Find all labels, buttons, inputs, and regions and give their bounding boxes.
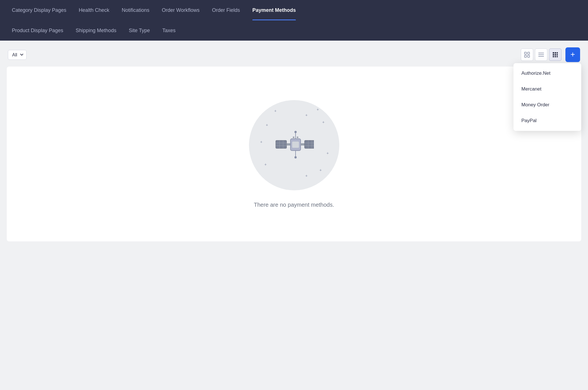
table-icon [552, 52, 558, 58]
svg-rect-25 [305, 140, 314, 148]
star-decoration: + [260, 140, 263, 144]
nav-item-notifications[interactable]: Notifications [117, 0, 154, 20]
svg-rect-24 [301, 143, 305, 146]
add-button[interactable]: + [565, 47, 580, 62]
svg-rect-11 [555, 54, 556, 56]
nav-item-product-display-pages[interactable]: Product Display Pages [7, 20, 68, 41]
satellite-circle: + + + + + + + + + + [249, 100, 339, 190]
svg-rect-21 [287, 143, 290, 146]
svg-rect-1 [528, 52, 530, 54]
svg-rect-7 [553, 52, 554, 54]
svg-rect-15 [557, 56, 558, 57]
app-container: Category Display PagesHealth CheckNotifi… [0, 0, 588, 248]
toolbar: All [7, 47, 581, 62]
view-controls: + [521, 47, 580, 62]
nav-bar: Category Display PagesHealth CheckNotifi… [0, 0, 588, 41]
svg-point-33 [294, 156, 297, 158]
dropdown-item-authorize-net[interactable]: Authorize.Net [513, 65, 581, 81]
filter-select[interactable]: All [8, 50, 27, 60]
star-decoration: + [305, 113, 308, 117]
dropdown-item-money-order[interactable]: Money Order [513, 97, 581, 113]
star-decoration: + [322, 120, 325, 124]
star-decoration: + [266, 123, 268, 127]
plus-icon: + [570, 50, 575, 58]
grid-view-button[interactable] [521, 49, 533, 61]
filter-wrapper: All [8, 50, 27, 60]
svg-rect-14 [555, 56, 556, 57]
svg-point-34 [293, 136, 294, 138]
nav-item-category-display-pages[interactable]: Category Display Pages [7, 0, 71, 20]
nav-item-site-type[interactable]: Site Type [124, 20, 155, 41]
svg-rect-12 [557, 54, 558, 56]
nav-item-shipping-methods[interactable]: Shipping Methods [71, 20, 121, 41]
nav-item-health-check[interactable]: Health Check [74, 0, 114, 20]
dropdown-item-mercanet[interactable]: Mercanet [513, 81, 581, 97]
svg-rect-9 [557, 52, 558, 54]
dropdown-menu: Authorize.NetMercanetMoney OrderPayPal [513, 63, 581, 131]
list-icon [538, 52, 544, 57]
main-content: All [0, 41, 588, 248]
svg-rect-3 [528, 55, 530, 57]
svg-rect-8 [555, 52, 556, 54]
svg-rect-23 [292, 142, 299, 148]
svg-point-35 [297, 136, 298, 138]
star-decoration: + [305, 173, 308, 178]
content-panel: + + + + + + + + + + [7, 67, 581, 241]
list-view-button[interactable] [535, 49, 547, 61]
grid-icon [524, 52, 530, 58]
star-decoration: + [265, 162, 267, 167]
star-decoration: + [317, 107, 319, 112]
svg-rect-16 [276, 140, 287, 148]
empty-message: There are no payment methods. [254, 202, 334, 208]
svg-rect-0 [524, 52, 526, 54]
nav-item-order-workflows[interactable]: Order Workflows [157, 0, 205, 20]
nav-item-taxes[interactable]: Taxes [157, 20, 181, 41]
svg-rect-2 [524, 55, 526, 57]
empty-state: + + + + + + + + + + [238, 83, 351, 225]
nav-row-2: Product Display PagesShipping MethodsSit… [7, 20, 581, 41]
table-view-button[interactable] [549, 49, 561, 61]
nav-item-payment-methods[interactable]: Payment Methods [247, 0, 301, 20]
svg-rect-10 [553, 54, 554, 56]
dropdown-item-paypal[interactable]: PayPal [513, 113, 581, 129]
nav-item-order-fields[interactable]: Order Fields [207, 0, 245, 20]
satellite-illustration [274, 127, 314, 164]
star-decoration: + [320, 168, 322, 172]
star-decoration: + [274, 109, 277, 113]
svg-point-31 [294, 131, 297, 133]
nav-row-1: Category Display PagesHealth CheckNotifi… [7, 0, 581, 20]
svg-rect-13 [553, 56, 554, 57]
star-decoration: + [327, 151, 329, 155]
